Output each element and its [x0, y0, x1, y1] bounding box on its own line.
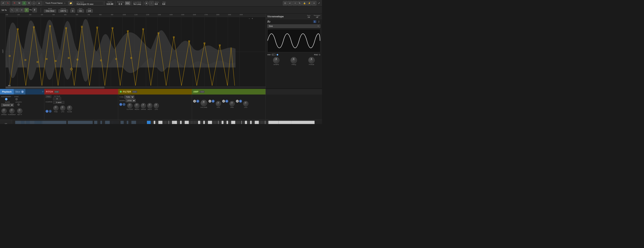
piano-keys[interactable]: C-2 C-1 C0 C1 C2 C3 C4 C5 C6 C7 C8 [12, 120, 322, 124]
reverse-btn[interactable]: ⊣ [292, 1, 297, 6]
time-value[interactable]: 0 [70, 10, 75, 13]
a-btn[interactable]: A [22, 1, 26, 6]
folder-btn[interactable]: 📁 [68, 1, 73, 6]
preset-arrow: ◇ [64, 2, 66, 4]
coarse-value[interactable]: 0 semi [53, 101, 64, 104]
arrow-up-btn[interactable]: ↑ [149, 1, 154, 6]
amp-lfo2-label: LFO [244, 106, 248, 108]
pitch-mod-badge[interactable]: mod [54, 91, 59, 93]
fix-btn[interactable]: FIX [125, 2, 130, 5]
pitch-badges: 1 2 [46, 110, 52, 113]
audiowarp-group: AUDIOWARP [1, 96, 11, 100]
maximize-btn[interactable]: ⤢ [317, 1, 321, 6]
brush-tool[interactable]: ✏ [24, 8, 29, 12]
amp-badge-3: 1 [208, 100, 211, 103]
octave-value[interactable]: 0 [53, 97, 61, 100]
loop-mode-value[interactable]: No Loop [134, 3, 141, 5]
amp-lfo-knob[interactable] [216, 101, 221, 106]
playback-controls: AUDIOWARP SYNC MODE Spectral LEGATO [0, 94, 44, 119]
wave-tool[interactable]: 〜 [29, 8, 32, 12]
f-btn[interactable]: F [32, 8, 37, 12]
mw-switch[interactable] [272, 54, 276, 56]
record-btn[interactable]: ● [144, 1, 149, 6]
freq-knob[interactable] [290, 57, 297, 63]
grid-icon[interactable]: ⊞ [36, 1, 42, 6]
grid-value[interactable]: 1/8 [86, 10, 93, 13]
fine-knob[interactable] [53, 105, 58, 111]
shape-knob[interactable] [273, 57, 280, 63]
loop-mode-label: Loop Mode [133, 1, 141, 3]
amp-lfo2-knob[interactable] [243, 101, 248, 106]
track-preset-area[interactable]: Track Preset Name ◇ [44, 1, 68, 6]
undo-btn[interactable]: ↺ [1, 1, 5, 6]
sync-dot[interactable] [15, 98, 18, 100]
pencil-tool[interactable]: ✏ [20, 8, 24, 12]
audiowarp-dot[interactable] [5, 98, 8, 100]
tempo-value[interactable]: 113.00 [106, 3, 113, 5]
svg-rect-89 [142, 121, 145, 124]
volume-knob[interactable] [200, 100, 207, 106]
velocity-value[interactable]: 100 % [58, 10, 68, 13]
retrigger-value[interactable]: Off [316, 16, 318, 18]
waveform-select[interactable]: Sine ▼ [267, 25, 320, 28]
reso-knob[interactable] [134, 103, 140, 108]
amp-mod-badge[interactable]: mod [200, 91, 205, 93]
filter-power-dot[interactable] [120, 91, 122, 93]
lfo-wave-display [267, 29, 320, 52]
rnd-toggle[interactable]: RND [314, 54, 320, 56]
b-btn[interactable]: B [27, 1, 31, 6]
svg-rect-86 [128, 121, 131, 124]
slice-power-btn[interactable]: ⏻ [21, 90, 24, 93]
filter-shape-select[interactable]: LP24 [126, 99, 136, 102]
sine-select-row: Sine ▼ [266, 24, 322, 28]
zap-btn[interactable]: ⚡ [307, 1, 312, 6]
mode-pb-select[interactable]: Spectral [1, 103, 14, 107]
circle-btn[interactable]: ○ [32, 1, 36, 6]
w-btn[interactable]: W [17, 1, 22, 6]
drive-knob[interactable] [141, 103, 146, 108]
copy-btn[interactable]: ⊡ [283, 1, 287, 6]
loop-btn[interactable]: ↻ [298, 1, 302, 6]
arrow-tool[interactable]: ↖ [10, 8, 14, 12]
pan-knob[interactable] [230, 101, 235, 106]
scrollbar-thumb[interactable] [6, 87, 104, 88]
formant-knob[interactable] [9, 108, 14, 113]
legato-dot[interactable] [17, 103, 20, 106]
pb-control: PB 2 ▼ [0, 120, 12, 124]
lock-btn[interactable]: 🔒 [302, 1, 307, 6]
fing-label[interactable]: FING [46, 95, 52, 98]
mode-label: Mode [48, 8, 52, 10]
svg-rect-87 [136, 121, 139, 124]
sync-value[interactable]: Off [308, 16, 310, 18]
pitch-lfo-knob[interactable] [60, 105, 65, 111]
refresh-icon[interactable]: ↺ [42, 91, 44, 93]
time-label: Time [71, 8, 74, 10]
undo2-btn[interactable]: ↩ [288, 1, 292, 6]
lfo-num1[interactable]: 1 [313, 20, 316, 23]
mode-value[interactable]: One Shot [44, 10, 56, 13]
lfo-num2[interactable]: 2 [317, 20, 320, 23]
root-key-value[interactable]: C 3 [119, 3, 122, 5]
lines-btn[interactable]: ≡ [312, 1, 316, 6]
glide-knob[interactable] [67, 105, 72, 111]
redo-btn[interactable]: ↻ [6, 1, 10, 6]
lfo-numbers: 1 2 [313, 20, 320, 23]
filter-mod-badge[interactable]: mod [132, 91, 137, 93]
svg-rect-92 [162, 121, 165, 124]
speed-knob[interactable] [2, 108, 7, 113]
sync-value[interactable]: On [78, 10, 84, 13]
keyf-knob[interactable] [17, 108, 22, 113]
coarse-label: COARSE [46, 101, 52, 104]
filter-lfo-knob[interactable] [154, 103, 159, 108]
sep3 [74, 1, 74, 6]
playback-tab[interactable]: Playback [0, 89, 14, 94]
lasso-tool[interactable]: ⬡ [15, 8, 19, 12]
r-btn[interactable]: R [12, 1, 17, 6]
h-scrollbar[interactable] [6, 86, 266, 88]
cutoff-knob[interactable] [127, 103, 132, 108]
keyf-filter-knob[interactable] [147, 103, 152, 108]
filter-type-select[interactable]: Tube [124, 95, 134, 98]
slice-tab[interactable]: Slice ⏻ [14, 89, 26, 94]
phase-knob[interactable] [308, 57, 315, 63]
mw-toggle[interactable]: MW [267, 54, 278, 56]
